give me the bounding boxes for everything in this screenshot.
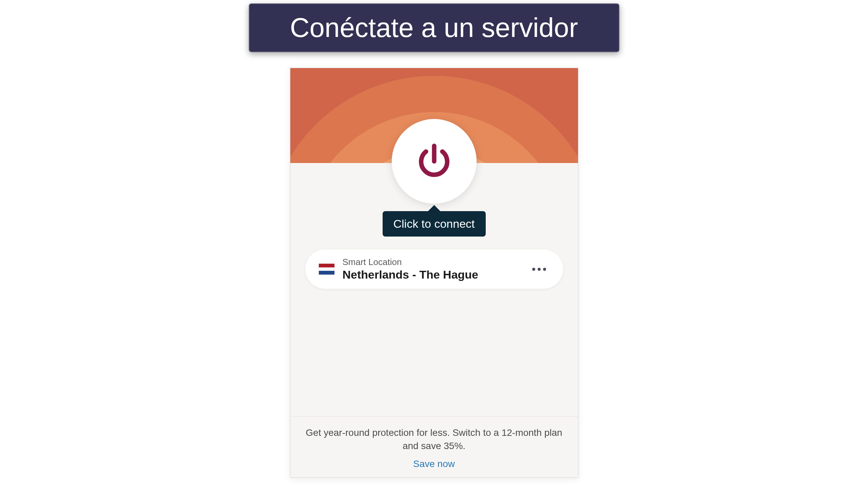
tooltip-text: Click to connect xyxy=(393,217,475,230)
dots-icon xyxy=(543,268,546,271)
location-text-group: Smart Location Netherlands - The Hague xyxy=(343,257,529,281)
dots-icon xyxy=(538,268,541,271)
location-name: Netherlands - The Hague xyxy=(343,268,529,281)
more-options-button[interactable] xyxy=(529,264,549,274)
save-now-link[interactable]: Save now xyxy=(304,459,564,469)
location-label: Smart Location xyxy=(343,257,529,267)
dots-icon xyxy=(532,268,535,271)
connect-button[interactable] xyxy=(392,119,477,204)
promo-message: Get year-round protection for less. Swit… xyxy=(304,426,564,452)
power-icon xyxy=(414,141,455,182)
banner-title: Conéctate a un servidor xyxy=(290,13,578,43)
connect-tooltip: Click to connect xyxy=(383,211,486,237)
vpn-app-window: Click to connect Smart Location Netherla… xyxy=(290,68,578,478)
netherlands-flag-icon xyxy=(319,264,334,275)
location-selector[interactable]: Smart Location Netherlands - The Hague xyxy=(305,249,563,289)
instruction-banner: Conéctate a un servidor xyxy=(249,3,619,52)
promo-banner: Get year-round protection for less. Swit… xyxy=(290,416,578,478)
